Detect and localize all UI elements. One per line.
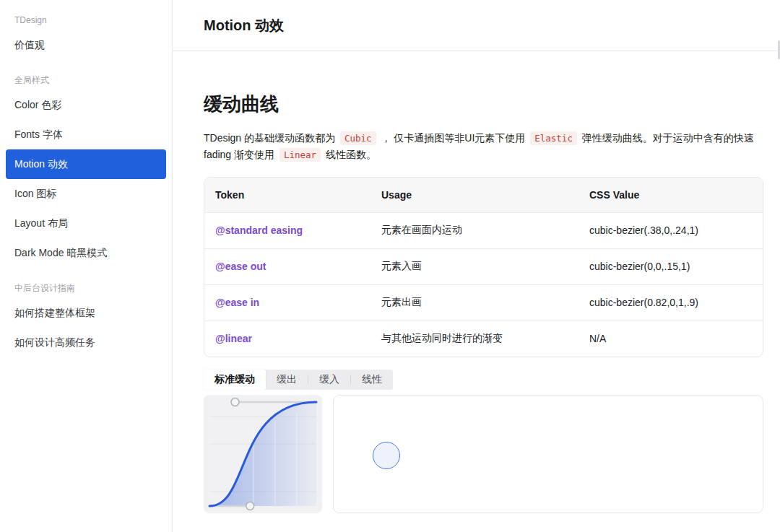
sidebar-section: TDesign价值观 xyxy=(0,10,172,60)
sidebar-section-header: 中后台设计指南 xyxy=(0,278,172,298)
table-row: @ease in元素出画cubic-bezier(0.82,0,1,.9) xyxy=(204,284,763,320)
css-value-cell: cubic-bezier(0,0,.15,1) xyxy=(578,248,763,284)
token-cell[interactable]: @linear xyxy=(204,320,370,357)
sidebar-item[interactable]: Motion 动效 xyxy=(6,149,166,179)
usage-cell: 元素入画 xyxy=(370,248,578,284)
section-title: 缓动曲线 xyxy=(204,92,763,115)
intro-text: TDesign 的基础缓动函数都为 xyxy=(204,132,338,144)
easing-token-table: TokenUsageCSS Value @standard easing元素在画… xyxy=(204,177,763,357)
curve-fill xyxy=(209,402,316,506)
tab-standard-easing[interactable]: 标准缓动 xyxy=(204,370,266,390)
css-value-cell: cubic-bezier(.38,0,.24,1) xyxy=(578,212,763,248)
sidebar-section: 中后台设计指南如何搭建整体框架如何设计高频任务 xyxy=(0,278,172,357)
content-area: 缓动曲线 TDesign 的基础缓动函数都为 Cubic ， 仅卡通插图等非UI… xyxy=(173,92,780,513)
sidebar-item[interactable]: Color 色彩 xyxy=(6,90,166,120)
sidebar-item[interactable]: Fonts 字体 xyxy=(6,120,166,149)
intro-text: 线性函数。 xyxy=(323,149,376,160)
token-cell[interactable]: @standard easing xyxy=(204,212,370,248)
table-row: @linear与其他运动同时进行的渐变N/A xyxy=(204,320,763,357)
column-header: Usage xyxy=(370,178,578,212)
bezier-handle-p2[interactable] xyxy=(231,398,239,406)
inline-code: Cubic xyxy=(340,131,376,145)
css-value-cell: N/A xyxy=(578,320,763,357)
column-header: CSS Value xyxy=(578,178,763,212)
column-header: Token xyxy=(204,178,370,212)
usage-cell: 元素在画面内运动 xyxy=(370,212,578,248)
token-cell[interactable]: @ease in xyxy=(204,284,370,320)
bezier-curve-editor[interactable] xyxy=(204,395,322,513)
table-row: @ease out元素入画cubic-bezier(0,0,.15,1) xyxy=(204,248,763,284)
table-header-row: TokenUsageCSS Value xyxy=(204,178,763,212)
css-value-cell: cubic-bezier(0.82,0,1,.9) xyxy=(578,284,763,320)
page-header: Motion 动效 xyxy=(173,0,780,51)
page-title: Motion 动效 xyxy=(204,16,284,35)
sidebar-item[interactable]: 如何设计高频任务 xyxy=(6,328,166,357)
sidebar-item[interactable]: Dark Mode 暗黑模式 xyxy=(6,238,166,268)
intro-text: ， 仅卡通插图等非UI元素下使用 xyxy=(378,132,529,144)
bezier-handle-p1[interactable] xyxy=(246,502,254,510)
easing-demo-row xyxy=(204,395,763,513)
bezier-curve-svg xyxy=(204,395,322,513)
sidebar-item[interactable]: Icon 图标 xyxy=(6,179,166,209)
tab-ease-out[interactable]: 缓出 xyxy=(266,370,308,390)
token-cell[interactable]: @ease out xyxy=(204,248,370,284)
tab-linear[interactable]: 线性 xyxy=(351,370,393,390)
usage-cell: 与其他运动同时进行的渐变 xyxy=(370,320,578,357)
easing-tabs: 标准缓动缓出缓入线性 xyxy=(204,370,393,390)
inline-code: Elastic xyxy=(530,131,577,145)
sidebar-item[interactable]: 价值观 xyxy=(6,30,166,60)
usage-cell: 元素出画 xyxy=(370,284,578,320)
sidebar-section-header: TDesign xyxy=(0,10,172,30)
sidebar: TDesign价值观全局样式Color 色彩Fonts 字体Motion 动效I… xyxy=(0,0,173,532)
table-row: @standard easing元素在画面内运动cubic-bezier(.38… xyxy=(204,212,763,248)
sidebar-section: 全局样式Color 色彩Fonts 字体Motion 动效Icon 图标Layo… xyxy=(0,70,172,268)
sidebar-item[interactable]: Layout 布局 xyxy=(6,209,166,238)
main-content: Motion 动效 缓动曲线 TDesign 的基础缓动函数都为 Cubic ，… xyxy=(173,0,780,532)
intro-paragraph: TDesign 的基础缓动函数都为 Cubic ， 仅卡通插图等非UI元素下使用… xyxy=(204,130,763,163)
sidebar-section-header: 全局样式 xyxy=(0,70,172,90)
inline-code: Linear xyxy=(280,148,321,162)
tab-ease-in[interactable]: 缓入 xyxy=(308,370,350,390)
demo-ball xyxy=(373,442,400,469)
sidebar-item[interactable]: 如何搭建整体框架 xyxy=(6,298,166,328)
animation-demo-stage xyxy=(333,395,763,513)
